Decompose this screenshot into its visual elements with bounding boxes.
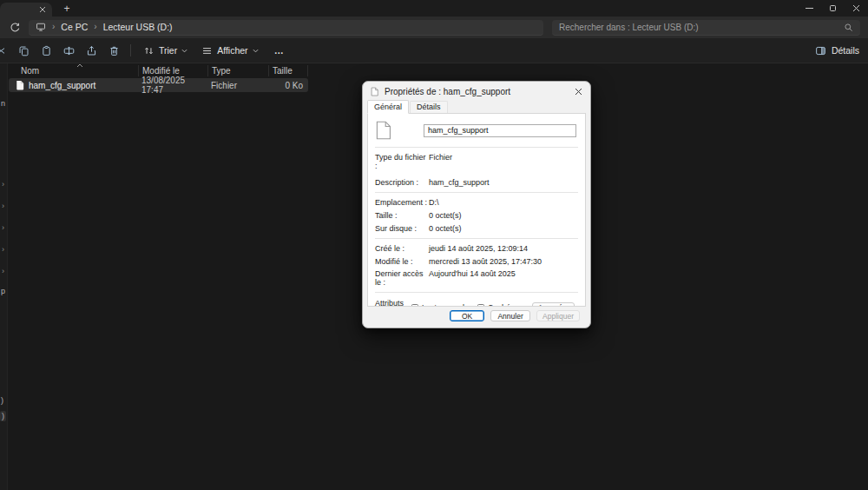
delete-button[interactable] — [102, 41, 125, 60]
explorer-tab[interactable] — [0, 3, 52, 17]
file-type-cell: Fichier — [207, 81, 268, 90]
divider — [375, 147, 578, 148]
divider — [375, 292, 578, 293]
nav-pane-fragment: p — [1, 287, 5, 295]
tree-expand-icon[interactable]: › — [2, 246, 4, 254]
column-label: Modifié le — [142, 66, 180, 76]
tree-expand-icon[interactable]: › — [2, 202, 4, 210]
dialog-tabs: Général Détails — [367, 101, 586, 113]
caption-buttons — [798, 0, 868, 17]
nav-pane-fragment-selected[interactable]: ) — [0, 411, 6, 421]
field-label: Description : — [375, 178, 429, 187]
cancel-button[interactable]: Annuler — [490, 310, 530, 321]
tab-close-icon[interactable] — [39, 6, 46, 13]
copy-button[interactable] — [12, 41, 35, 60]
field-label: Emplacement : — [375, 198, 429, 207]
search-icon — [844, 23, 853, 32]
tab-general[interactable]: Général — [367, 100, 409, 114]
search-input[interactable] — [559, 23, 844, 32]
column-label: Nom — [21, 66, 39, 76]
advanced-button[interactable]: Avancé... — [532, 302, 575, 307]
nav-pane-fragment: n — [1, 99, 5, 108]
dialog-close-button[interactable] — [575, 88, 582, 96]
more-options-button[interactable]: … — [266, 41, 293, 60]
search-box[interactable] — [552, 20, 860, 36]
attributes-label: Attributs : — [375, 299, 403, 307]
column-headers: Nom Modifié le Type Taille — [9, 64, 308, 77]
attributes-row: Attributs : Lecture seule Caché Avancé..… — [375, 299, 578, 307]
file-row[interactable]: ham_cfg_support 13/08/2025 17:47 Fichier… — [9, 78, 308, 92]
breadcrumb-chevron-icon: › — [94, 23, 96, 31]
maximize-button[interactable] — [821, 0, 845, 17]
column-header-type[interactable]: Type — [207, 65, 268, 76]
maximize-icon — [830, 5, 836, 11]
field-label: Type du fichier : — [375, 153, 429, 170]
field-value: jeudi 14 août 2025, 12:09:14 — [429, 244, 528, 253]
general-tab-page: Type du fichier :Fichier Description :ha… — [367, 113, 586, 307]
details-pane-button[interactable]: Détails — [815, 41, 859, 60]
address-bar[interactable]: › Ce PC › Lecteur USB (D:) — [29, 20, 543, 36]
field-label: Modifié le : — [375, 257, 429, 266]
field-label: Taille : — [375, 211, 429, 220]
tree-expand-icon[interactable]: › — [2, 224, 4, 232]
field-label: Dernier accès le : — [375, 269, 429, 287]
nav-pane-fragment: ) — [1, 396, 3, 405]
tab-details[interactable]: Détails — [410, 101, 448, 113]
toolbar-divider — [130, 44, 131, 56]
share-button[interactable] — [80, 41, 102, 60]
divider — [375, 192, 578, 193]
file-table: Nom Modifié le Type Taille ham_cfg_suppo… — [9, 63, 308, 92]
share-icon — [86, 45, 97, 56]
tree-expand-icon[interactable]: › — [2, 268, 4, 275]
chevron-down-icon — [181, 49, 187, 53]
field-value: 0 octet(s) — [429, 224, 462, 233]
rename-icon — [63, 45, 75, 56]
view-button[interactable]: Afficher — [194, 41, 265, 60]
field-value: D:\ — [429, 198, 439, 207]
column-label: Type — [212, 66, 231, 76]
new-tab-button[interactable]: + — [57, 3, 76, 17]
file-modified-cell: 13/08/2025 17:47 — [138, 76, 207, 95]
details-pane-icon — [815, 45, 826, 56]
minimize-icon — [806, 8, 813, 9]
nav-pane-edge — [0, 63, 8, 490]
sort-label: Trier — [159, 45, 177, 56]
sort-icon — [143, 45, 155, 56]
column-header-taille[interactable]: Taille — [268, 65, 308, 76]
cut-button[interactable] — [0, 41, 12, 60]
rename-button[interactable] — [57, 41, 80, 60]
column-header-modifie-le[interactable]: Modifié le — [138, 65, 207, 76]
breadcrumb-usb-drive[interactable]: Lecteur USB (D:) — [103, 22, 173, 32]
trash-icon — [108, 45, 120, 56]
refresh-icon — [10, 22, 21, 33]
field-value: Aujourd'hui 14 août 2025 — [429, 269, 516, 287]
hidden-checkbox[interactable] — [477, 304, 484, 307]
field-value: 0 octet(s) — [429, 211, 462, 220]
copy-icon — [18, 45, 30, 56]
sort-button[interactable]: Trier — [136, 41, 194, 60]
minimize-button[interactable] — [798, 0, 821, 17]
properties-dialog: Propriétés de : ham_cfg_support Général … — [362, 81, 591, 328]
filename-input[interactable] — [424, 124, 576, 137]
filename-row — [375, 119, 578, 142]
titlebar: + — [0, 0, 868, 17]
field-label: Sur disque : — [375, 224, 429, 233]
breadcrumb-chevron-icon: › — [52, 23, 55, 31]
ok-button[interactable]: OK — [450, 310, 484, 321]
this-pc-icon — [36, 22, 46, 32]
apply-button[interactable]: Appliquer — [536, 310, 580, 321]
close-button[interactable] — [845, 0, 868, 17]
close-icon — [852, 4, 860, 12]
file-name: ham_cfg_support — [29, 81, 95, 90]
paste-button[interactable] — [35, 41, 57, 60]
paste-icon — [41, 45, 52, 56]
column-header-nom[interactable]: Nom — [9, 65, 138, 76]
tree-expand-icon[interactable]: › — [2, 181, 4, 189]
file-icon — [16, 80, 24, 90]
file-size-cell: 0 Ko — [268, 81, 308, 90]
field-group-type: Type du fichier :Fichier Description :ha… — [375, 153, 578, 187]
breadcrumb-ce-pc[interactable]: Ce PC — [61, 22, 88, 32]
dialog-title: Propriétés de : ham_cfg_support — [385, 87, 510, 96]
readonly-checkbox[interactable] — [411, 304, 418, 307]
refresh-button[interactable] — [7, 22, 23, 33]
